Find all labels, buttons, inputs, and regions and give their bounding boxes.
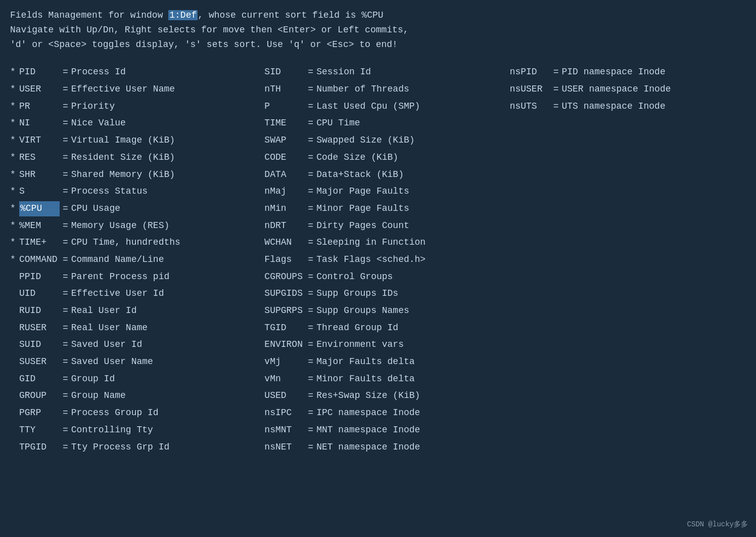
field-eq: = — [308, 406, 313, 421]
field-entry: TTY = Controlling Tty — [10, 422, 250, 439]
field-desc: Session Id — [316, 65, 371, 80]
field-desc: Minor Faults delta — [316, 372, 414, 387]
field-eq: = — [308, 270, 313, 285]
field-eq: = — [63, 252, 68, 267]
field-star: * — [10, 82, 19, 97]
field-eq: = — [63, 286, 68, 301]
field-eq: = — [308, 303, 313, 319]
field-name: NI — [19, 116, 60, 131]
field-star: * — [10, 167, 19, 183]
field-desc: Environment vars — [316, 337, 404, 352]
field-eq: = — [308, 65, 313, 80]
field-name: CODE — [264, 150, 305, 165]
field-entry: nMaj = Major Page Faults — [255, 183, 495, 200]
field-entry: * RES = Resident Size (KiB) — [10, 149, 250, 166]
field-entry: ENVIRON = Environment vars — [255, 336, 495, 353]
field-eq: = — [63, 372, 68, 387]
field-desc: Shared Memory (KiB) — [71, 167, 175, 183]
field-star: * — [10, 252, 19, 267]
field-star: * — [10, 133, 19, 148]
field-name: USED — [264, 388, 305, 404]
field-desc: Effective User Name — [71, 82, 175, 97]
field-desc: Resident Size (KiB) — [71, 150, 175, 165]
field-desc: Number of Threads — [316, 82, 409, 97]
field-eq: = — [63, 150, 68, 165]
field-entry: * %MEM = Memory Usage (RES) — [10, 217, 250, 235]
field-name: WCHAN — [264, 235, 305, 250]
header-line1: Fields Management for window 1:Def, whos… — [10, 8, 746, 23]
field-desc: Memory Usage (RES) — [71, 218, 169, 234]
field-desc: Major Faults delta — [316, 354, 414, 370]
field-entry: WCHAN = Sleeping in Function — [255, 234, 495, 251]
field-name: VIRT — [19, 133, 60, 148]
field-star: * — [10, 235, 19, 250]
field-name: CGROUPS — [264, 270, 305, 285]
field-entry: SUSER = Saved User Name — [10, 353, 250, 371]
field-star: * — [10, 99, 19, 114]
field-entry: * VIRT = Virtual Image (KiB) — [10, 132, 250, 149]
field-entry: nsUTS = UTS namespace Inode — [501, 98, 746, 115]
field-desc: IPC namespace Inode — [316, 406, 420, 421]
field-name: GROUP — [19, 388, 60, 404]
field-eq: = — [63, 388, 68, 404]
field-eq: = — [553, 65, 559, 80]
field-eq: = — [308, 235, 313, 250]
field-entry: nsPID = PID namespace Inode — [501, 64, 746, 81]
field-eq: = — [308, 218, 313, 234]
field-name: nMin — [264, 201, 305, 216]
field-entry: PGRP = Process Group Id — [10, 405, 250, 422]
field-desc: Process Group Id — [71, 406, 159, 421]
field-entry: * TIME+ = CPU Time, hundredths — [10, 234, 250, 251]
field-entry: nTH = Number of Threads — [255, 81, 495, 98]
field-entry: P = Last Used Cpu (SMP) — [255, 98, 495, 115]
field-desc: Command Name/Line — [71, 252, 164, 267]
field-eq: = — [63, 218, 68, 234]
field-desc: Effective User Id — [71, 286, 164, 301]
header-line3: 'd' or <Space> toggles display, 's' sets… — [10, 37, 746, 52]
field-name: %CPU — [19, 201, 60, 216]
field-desc: Sleeping in Function — [316, 235, 426, 250]
field-desc: Control Groups — [316, 270, 393, 285]
field-name: TTY — [19, 423, 60, 438]
field-desc: Saved User Id — [71, 337, 142, 352]
field-name: P — [264, 99, 305, 114]
fields-table: * PID = Process Id* USER = Effective Use… — [10, 64, 746, 456]
field-entry: UID = Effective User Id — [10, 285, 250, 302]
field-eq: = — [63, 184, 68, 199]
field-name: nsUSER — [510, 82, 550, 97]
field-entry: nDRT = Dirty Pages Count — [255, 217, 495, 235]
field-name: nsPID — [510, 65, 550, 80]
field-name: PPID — [19, 270, 60, 285]
field-eq: = — [63, 99, 68, 114]
field-eq: = — [308, 354, 313, 370]
field-entry: USED = Res+Swap Size (KiB) — [255, 387, 495, 405]
field-entry: * PID = Process Id — [10, 64, 250, 81]
field-name: SUPGRPS — [264, 303, 305, 319]
field-name: SUSER — [19, 354, 60, 370]
field-desc: CPU Usage — [71, 201, 120, 216]
field-desc: USER namespace Inode — [561, 82, 671, 97]
field-desc: Nice Value — [71, 116, 126, 131]
field-entry: * S = Process Status — [10, 183, 250, 200]
field-star: * — [10, 184, 19, 199]
field-entry: nMin = Minor Page Faults — [255, 200, 495, 217]
field-desc: Controlling Tty — [71, 423, 153, 438]
field-name: nTH — [264, 82, 305, 97]
field-eq: = — [308, 423, 313, 438]
field-name: SWAP — [264, 133, 305, 148]
field-entry: nsIPC = IPC namespace Inode — [255, 405, 495, 422]
field-desc: Minor Page Faults — [316, 201, 409, 216]
field-eq: = — [63, 337, 68, 352]
field-eq: = — [308, 286, 313, 301]
field-entry: RUSER = Real User Name — [10, 320, 250, 337]
field-name: PID — [19, 65, 60, 80]
field-name: TPGID — [19, 440, 60, 455]
field-desc: Virtual Image (KiB) — [71, 133, 175, 148]
field-name: vMn — [264, 372, 305, 387]
field-name: vMj — [264, 354, 305, 370]
header-line2: Navigate with Up/Dn, Right selects for m… — [10, 23, 746, 37]
field-eq: = — [553, 82, 559, 97]
field-eq: = — [63, 423, 68, 438]
field-entry: * USER = Effective User Name — [10, 81, 250, 98]
field-entry: SUPGRPS = Supp Groups Names — [255, 302, 495, 320]
